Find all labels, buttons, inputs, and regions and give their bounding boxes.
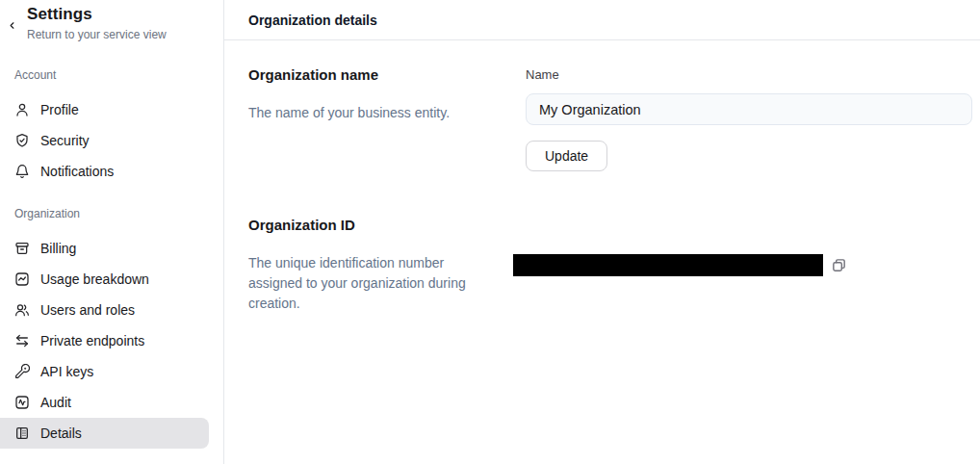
shield-check-icon	[14, 133, 30, 148]
activity-square-icon	[14, 395, 30, 410]
organization-id-info: Organization ID The unique identificatio…	[248, 218, 513, 314]
archive-box-icon	[14, 241, 30, 256]
organization-name-info: Organization name The name of your busin…	[248, 67, 526, 123]
sidebar-item-label: Details	[40, 425, 82, 441]
page-title: Organization details	[248, 13, 377, 28]
organization-id-section: Organization ID The unique identificatio…	[248, 218, 972, 314]
sidebar-item-label: API keys	[40, 364, 93, 379]
user-icon	[14, 102, 30, 117]
copy-icon	[831, 257, 847, 273]
section-label-organization: Organization	[0, 207, 223, 220]
organization-id-heading: Organization ID	[248, 218, 513, 233]
sidebar-subtitle: Return to your service view	[27, 28, 223, 41]
main-content: Organization name The name of your busin…	[224, 40, 980, 314]
sidebar-header: Settings Return to your service view	[0, 5, 223, 41]
sidebar-item-label: Usage breakdown	[40, 271, 149, 287]
sidebar-title: Settings	[27, 5, 223, 24]
organization-id-value-area	[513, 218, 972, 276]
sidebar-item-label: Users and roles	[40, 302, 135, 318]
main-panel: Organization details Organization name T…	[224, 0, 980, 464]
organization-id-description: The unique identification number assigne…	[248, 253, 489, 314]
back-button[interactable]	[3, 16, 20, 34]
settings-app: Settings Return to your service view Acc…	[0, 0, 980, 464]
organization-name-form: Name Update	[526, 67, 972, 171]
sidebar-item-label: Profile	[40, 102, 79, 117]
sidebar-item-details[interactable]: Details	[0, 418, 209, 449]
name-field-label: Name	[526, 67, 972, 82]
sidebar-item-api-keys[interactable]: API keys	[0, 356, 223, 387]
settings-sidebar: Settings Return to your service view Acc…	[0, 0, 224, 464]
update-button[interactable]: Update	[526, 141, 607, 171]
sidebar-item-label: Security	[40, 133, 90, 148]
users-icon	[14, 302, 30, 318]
sidebar-item-users-and-roles[interactable]: Users and roles	[0, 295, 223, 325]
chevron-left-icon	[7, 20, 17, 31]
sidebar-item-profile[interactable]: Profile	[0, 94, 223, 125]
sidebar-item-usage-breakdown[interactable]: Usage breakdown	[0, 264, 223, 295]
organization-name-input[interactable]	[526, 93, 972, 125]
organization-id-row	[513, 254, 972, 276]
main-header: Organization details	[224, 0, 980, 40]
sidebar-item-audit[interactable]: Audit	[0, 387, 223, 418]
sidebar-item-label: Notifications	[40, 164, 114, 179]
building-icon	[14, 425, 30, 441]
sidebar-item-label: Private endpoints	[40, 333, 144, 348]
sidebar-item-label: Billing	[40, 241, 76, 256]
section-label-account: Account	[0, 68, 223, 82]
sidebar-item-billing[interactable]: Billing	[0, 233, 223, 264]
sidebar-item-security[interactable]: Security	[0, 125, 223, 156]
key-icon	[14, 364, 30, 379]
organization-name-heading: Organization name	[248, 67, 526, 83]
copy-organization-id-button[interactable]	[830, 257, 847, 274]
arrows-left-right-icon	[14, 333, 30, 348]
organization-name-section: Organization name The name of your busin…	[248, 67, 972, 171]
organization-name-description: The name of your business entity.	[248, 103, 489, 123]
account-nav: Profile Security Notifications	[0, 94, 223, 187]
sidebar-item-label: Audit	[40, 395, 71, 410]
sidebar-item-notifications[interactable]: Notifications	[0, 156, 223, 187]
bell-icon	[14, 164, 30, 179]
organization-id-redacted-value	[513, 254, 823, 276]
sidebar-item-private-endpoints[interactable]: Private endpoints	[0, 325, 223, 356]
chart-square-icon	[14, 271, 30, 287]
organization-nav: Billing Usage breakdown Users and roles …	[0, 233, 223, 449]
